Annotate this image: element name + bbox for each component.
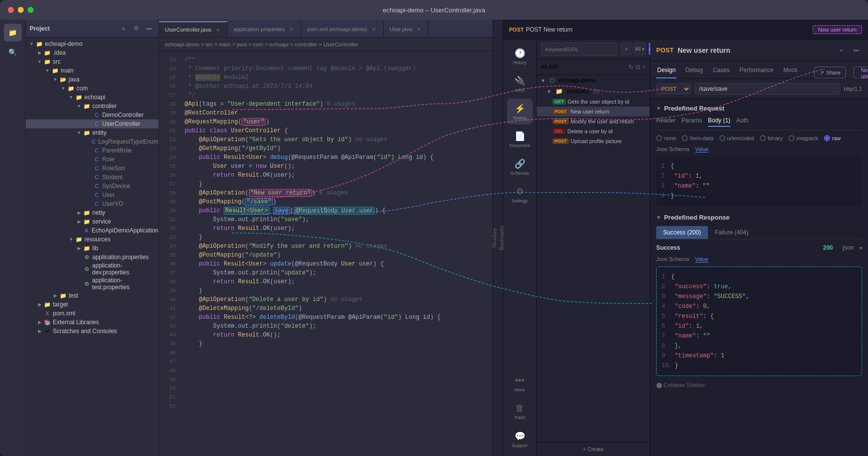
tree-item-netty[interactable]: ▶📁netty <box>26 208 158 217</box>
radio-binary[interactable]: binary <box>760 135 783 141</box>
tree-item-application-prop[interactable]: ▶⚙application.properties <box>26 253 158 262</box>
tree-item-pomxml[interactable]: ▶Xpom.xml <box>26 309 158 318</box>
value-tab[interactable]: Value <box>695 146 709 152</box>
tree-item-application-test-prop[interactable]: ▶⚙application-test.properties <box>26 276 158 291</box>
nav-more[interactable]: ••• More <box>507 371 533 397</box>
tree-item-target[interactable]: ▶📁target <box>26 300 158 309</box>
chevron-down-icon[interactable]: ▾ <box>860 245 862 251</box>
radio-urlencoded[interactable]: urlencoded <box>719 135 754 141</box>
tree-item-lib[interactable]: ▶📁lib <box>26 244 158 253</box>
tree-item-src[interactable]: ▼ 📁 src <box>26 57 158 66</box>
tree-item-application-dev-prop[interactable]: ▶⚙application-dev.properties <box>26 262 158 276</box>
nav-settings[interactable]: ⚙ Settings <box>507 182 533 207</box>
json-schema-tab[interactable]: Json Schema <box>656 146 689 152</box>
nav-apis[interactable]: 🔌 APIs <box>507 71 533 97</box>
collapse-sidebar-btn[interactable]: ⬤ Collapse Sidebar <box>656 382 862 388</box>
tree-item-external[interactable]: ▶📚External Libraries <box>26 318 158 327</box>
tree-item-resources[interactable]: ▼📁resources <box>26 235 158 244</box>
tab-close-btn[interactable]: ✕ <box>288 26 295 33</box>
add-tree-icon[interactable]: + <box>642 64 646 71</box>
nav-testing[interactable]: ⚡ Testing <box>507 99 533 124</box>
tree-item-user[interactable]: ▶CUser <box>26 190 158 199</box>
tab-close-btn[interactable]: ✕ <box>370 26 377 33</box>
collapse-icon[interactable]: ⊟ <box>635 64 640 71</box>
api-endpoint-post-upload[interactable]: POST Upload profile picture <box>537 136 650 146</box>
tree-item-uservo[interactable]: ▶CUserVO <box>26 199 158 208</box>
tab-pom-xml[interactable]: pom.xml (echoapi-demo) ✕ <box>301 21 384 37</box>
tab-user-java[interactable]: User.java ✕ <box>384 21 429 37</box>
tab-header[interactable]: Header <box>656 117 675 127</box>
structure-label[interactable]: Structure <box>491 224 498 252</box>
predefined-request-header[interactable]: ▼ Predefined Request <box>656 105 862 112</box>
new-endpoint-btn[interactable]: New user return <box>854 67 868 78</box>
resp-value-tab[interactable]: Value <box>695 256 709 263</box>
nav-trash[interactable]: 🗑 Trash <box>507 399 533 424</box>
close-button[interactable] <box>8 7 14 13</box>
tree-item-echoapidemo[interactable]: ▶AEchoApiDemoApplication <box>26 226 158 235</box>
tree-item-usercontroller[interactable]: ▶ C UserController <box>26 119 158 128</box>
tree-item-parentrole[interactable]: ▶CParentRole <box>26 146 158 155</box>
tab-params[interactable]: Params <box>681 117 702 127</box>
tab-design[interactable]: Design <box>656 63 676 78</box>
add-action-btn[interactable]: + <box>835 44 847 56</box>
collapse-all-btn[interactable]: ≡ <box>118 23 129 34</box>
tree-item-main[interactable]: ▼ 📁 main <box>26 66 158 75</box>
share-btn[interactable]: ↗ Share <box>814 67 846 78</box>
tree-item-logrequest[interactable]: ▶ELogRequestTypeEnum <box>26 137 158 146</box>
resp-tab-failure[interactable]: Failure (404) <box>708 226 755 239</box>
create-btn[interactable]: + Create <box>537 442 650 456</box>
tree-item-test[interactable]: ▶📁test <box>26 291 158 300</box>
maximize-button[interactable] <box>28 7 34 13</box>
more-action-btn[interactable]: ••• <box>850 44 862 56</box>
refresh-icon[interactable]: ↻ <box>629 64 633 71</box>
tree-item-democontroller[interactable]: ▶ C DemoController <box>26 111 158 119</box>
tree-item-echoapi-demo[interactable]: ▼ 📁 echoapi-demo <box>26 39 158 48</box>
settings-btn[interactable]: ⚙ <box>131 23 142 34</box>
tab-auth[interactable]: Auth <box>736 117 749 127</box>
api-endpoint-post-new-user[interactable]: POST New user return <box>537 107 650 116</box>
nav-support[interactable]: 💬 Support <box>507 426 533 452</box>
tree-item-sysdevice[interactable]: ▶CSysDevice <box>26 182 158 190</box>
api-project-root[interactable]: ▼ ⬡ echoapi-demo <box>537 75 650 86</box>
more-btn[interactable]: ••• <box>144 23 155 34</box>
resp-json-schema-tab[interactable]: Json Schema <box>656 256 689 263</box>
window-controls[interactable] <box>8 7 34 13</box>
new-user-return-top-btn[interactable]: New user return <box>813 25 862 34</box>
radio-none[interactable]: none <box>656 135 676 141</box>
tree-item-echoapi[interactable]: ▼ 📁 echoapi <box>26 93 158 102</box>
url-input[interactable] <box>695 83 840 95</box>
tree-item-service[interactable]: ▶📁service <box>26 217 158 226</box>
search-icon[interactable]: 🔍 <box>4 43 22 61</box>
nav-schemas[interactable]: 🔗 Schemas <box>507 154 533 180</box>
tab-performance[interactable]: Performance <box>739 63 775 78</box>
code-body[interactable]: /** * Comment priority:Document comment … <box>179 51 493 456</box>
api-search-input[interactable] <box>541 42 618 56</box>
bookmarks-label[interactable]: Bookmarks <box>498 222 506 254</box>
tab-mock[interactable]: Mock <box>782 63 798 78</box>
api-endpoint-del-user[interactable]: DEL Delete a user by id <box>537 126 650 136</box>
tree-item-roleson[interactable]: ▶CRoleSon <box>26 164 158 173</box>
response-section-header[interactable]: ▼ Predefined Response <box>656 214 862 221</box>
api-module[interactable]: ▼ 📁 module2 (5) <box>537 86 650 97</box>
tab-close-btn[interactable]: ✕ <box>415 26 422 33</box>
resp-tab-success[interactable]: Success (200) <box>656 226 708 239</box>
tab-debug[interactable]: Debug <box>684 63 704 78</box>
api-endpoint-get-user[interactable]: GET Gets the user object by id <box>537 97 650 107</box>
tree-item-idea[interactable]: ▶ 📁 .idea <box>26 48 158 57</box>
tree-item-java[interactable]: ▼ 📂 java <box>26 75 158 84</box>
tab-body[interactable]: Body (1) <box>708 117 730 127</box>
tree-item-entity[interactable]: ▼ 📁 entity <box>26 128 158 137</box>
nav-history[interactable]: 🕐 History <box>507 43 533 69</box>
project-icon[interactable]: 📁 <box>4 24 22 41</box>
tree-item-scratches[interactable]: ▶✏Scratches and Consoles <box>26 327 158 336</box>
all-btn[interactable]: All ▾ <box>634 42 646 55</box>
tree-item-com[interactable]: ▼ 📁 com <box>26 84 158 93</box>
tree-item-controller[interactable]: ▼ 📁 controller <box>26 102 158 111</box>
nav-document[interactable]: 📄 Document <box>507 126 533 152</box>
tab-close-btn[interactable]: ✕ <box>214 26 221 33</box>
tree-item-student[interactable]: ▶CStudent <box>26 173 158 182</box>
tab-usercontroller[interactable]: UserController.java ✕ <box>159 21 228 37</box>
filter-btn[interactable]: ≡ <box>621 42 632 55</box>
tree-item-role[interactable]: ▶CRole <box>26 155 158 164</box>
api-endpoint-post-modify[interactable]: POST Modify the user and return <box>537 116 650 126</box>
